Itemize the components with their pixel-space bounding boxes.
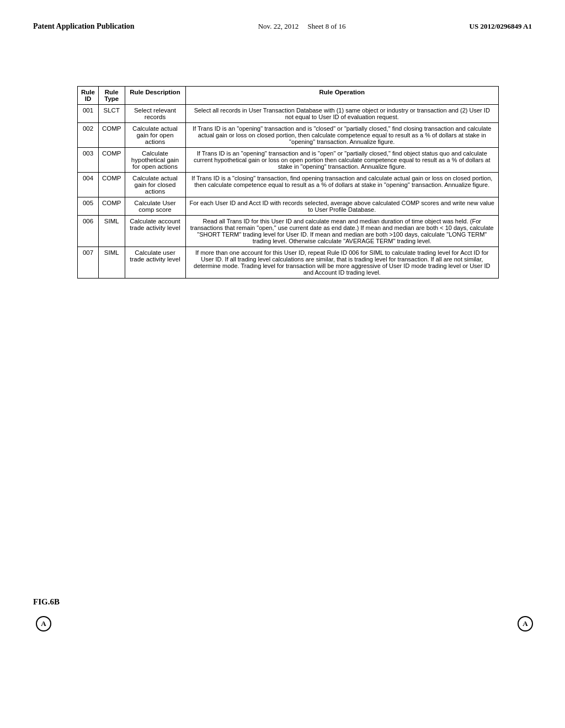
cell-rule-op: If Trans ID is an "opening" transaction … [185, 123, 499, 148]
page: Patent Application Publication Nov. 22, … [0, 0, 565, 728]
cell-rule-id: 006 [78, 216, 99, 247]
main-table-container: RuleID RuleType Rule Description Rule Op… [77, 86, 499, 279]
cell-rule-type: COMP [99, 173, 125, 197]
cell-rule-type: COMP [99, 197, 125, 216]
cell-rule-id: 005 [78, 197, 99, 216]
header-center: Nov. 22, 2012 Sheet 8 of 16 [258, 22, 346, 31]
cell-rule-desc: Calculate actual gain for closed actions [125, 173, 185, 197]
cell-rule-type: COMP [99, 123, 125, 148]
cell-rule-id: 003 [78, 148, 99, 173]
col-header-rule-op: Rule Operation [185, 87, 499, 105]
header-right: US 2012/0296849 A1 [470, 22, 532, 31]
cell-rule-type: SIML [99, 216, 125, 247]
cell-rule-desc: Calculate User comp score [125, 197, 185, 216]
col-header-rule-type: RuleType [99, 87, 125, 105]
table-row: 004COMPCalculate actual gain for closed … [78, 173, 499, 197]
table-row: 006SIMLCalculate account trade activity … [78, 216, 499, 247]
table-row: 005COMPCalculate User comp scoreFor each… [78, 197, 499, 216]
cell-rule-id: 002 [78, 123, 99, 148]
col-header-rule-id: RuleID [78, 87, 99, 105]
cell-rule-id: 001 [78, 105, 99, 123]
header-sheet: Sheet 8 of 16 [308, 22, 346, 30]
cell-rule-desc: Select relevant records [125, 105, 185, 123]
header-left: Patent Application Publication [33, 22, 135, 31]
cell-rule-op: If Trans ID is an "opening" transaction … [185, 148, 499, 173]
cell-rule-type: SLCT [99, 105, 125, 123]
cell-rule-id: 007 [78, 247, 99, 279]
header-date: Nov. 22, 2012 [258, 22, 299, 30]
page-header: Patent Application Publication Nov. 22, … [33, 22, 532, 31]
cell-rule-desc: Calculate actual gain for open actions [125, 123, 185, 148]
cell-rule-desc: Calculate hypothetical gain for open act… [125, 148, 185, 173]
connector-a-right: A [518, 616, 533, 631]
cell-rule-type: SIML [99, 247, 125, 279]
col-header-rule-desc: Rule Description [125, 87, 185, 105]
cell-rule-op: If Trans ID is a "closing" transaction, … [185, 173, 499, 197]
cell-rule-op: Select all records in User Transaction D… [185, 105, 499, 123]
table-row: 003COMPCalculate hypothetical gain for o… [78, 148, 499, 173]
rules-table: RuleID RuleType Rule Description Rule Op… [77, 86, 499, 279]
cell-rule-desc: Calculate user trade activity level [125, 247, 185, 279]
table-row: 002COMPCalculate actual gain for open ac… [78, 123, 499, 148]
connector-a-left: A [36, 616, 51, 631]
cell-rule-desc: Calculate account trade activity level [125, 216, 185, 247]
cell-rule-op: For each User ID and Acct ID with record… [185, 197, 499, 216]
figure-label: FIG.6B [33, 597, 60, 607]
cell-rule-op: Read all Trans ID for this User ID and c… [185, 216, 499, 247]
cell-rule-type: COMP [99, 148, 125, 173]
table-row: 001SLCTSelect relevant recordsSelect all… [78, 105, 499, 123]
table-header-row: RuleID RuleType Rule Description Rule Op… [78, 87, 499, 105]
cell-rule-op: If more than one account for this User I… [185, 247, 499, 279]
table-row: 007SIMLCalculate user trade activity lev… [78, 247, 499, 279]
cell-rule-id: 004 [78, 173, 99, 197]
